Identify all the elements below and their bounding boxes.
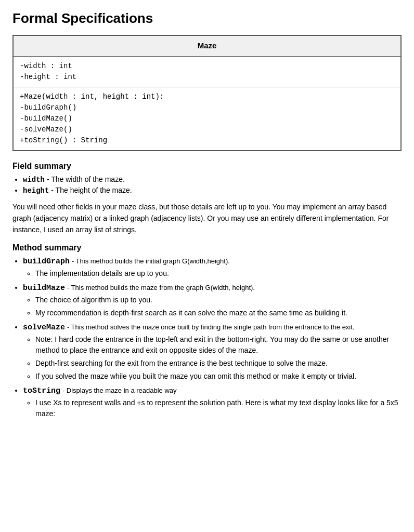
method-solve-maze: -solveMaze() — [20, 125, 72, 134]
method-build-graph-sub1: The implementation details are up to you… — [35, 268, 402, 279]
method-build-maze-sub1: The choice of algorithm is up to you. — [35, 295, 402, 305]
class-fields: -width : int -height : int — [13, 56, 401, 87]
method-build-graph-desc: - This method builds the initial graph G… — [72, 257, 230, 265]
method-solve-maze-desc: - This method solves the maze once built… — [67, 323, 355, 331]
page-title: Formal Specifications — [12, 10, 402, 26]
class-fields-row: -width : int -height : int — [13, 56, 401, 87]
field-width-name: width — [23, 176, 45, 184]
method-solve-maze-sub1: Note: I hard code the entrance in the to… — [35, 334, 402, 356]
method-solve-maze-label: solveMaze — [23, 323, 65, 332]
method-build-maze-sublist: The choice of algorithm is up to you. My… — [35, 295, 402, 318]
field-height-item: height - The height of the maze. — [23, 186, 402, 195]
method-to-string-sublist: I use Xs to represent walls and +s to re… — [35, 397, 402, 419]
field-height-name: height — [23, 187, 49, 195]
method-to-string-label: toString — [23, 387, 60, 395]
method-to-string: +toString() : String — [20, 136, 107, 144]
method-solve-maze-item: solveMaze - This method solves the maze … — [23, 323, 402, 382]
field-note: You will need other fields in your maze … — [12, 201, 402, 236]
method-to-string-desc: - Displays the maze in a readable way — [62, 387, 177, 394]
class-name: Maze — [13, 35, 401, 56]
method-solve-maze-sub2: Depth-first searching for the exit from … — [35, 358, 402, 369]
method-constructor: +Maze(width : int, height : int): — [20, 92, 164, 101]
field-width-item: width - The width of the maze. — [23, 175, 402, 184]
method-solve-maze-sub3: If you solved the maze while you built t… — [35, 371, 402, 382]
method-build-maze-desc: - This method builds the maze from the g… — [67, 284, 255, 291]
method-solve-maze-sublist: Note: I hard code the entrance in the to… — [35, 334, 402, 382]
method-build-graph: -buildGraph() — [20, 103, 76, 112]
class-diagram-table: Maze -width : int -height : int +Maze(wi… — [12, 35, 402, 151]
method-build-maze: -buildMaze() — [20, 114, 72, 123]
field-summary-title: Field summary — [12, 162, 402, 171]
field-width-desc: - The width of the maze. — [47, 175, 125, 183]
field-width-line: -width : int — [20, 62, 72, 70]
class-methods-row: +Maze(width : int, height : int): -build… — [13, 87, 401, 151]
method-build-maze-sub2: My recommendation is depth-first search … — [35, 308, 402, 318]
method-build-graph-label: buildGraph — [23, 257, 70, 266]
field-height-desc: - The height of the maze. — [51, 186, 132, 194]
method-build-maze-label: buildMaze — [23, 284, 65, 292]
method-to-string-sub1: I use Xs to represent walls and +s to re… — [35, 397, 402, 419]
method-summary-title: Method summary — [12, 243, 402, 252]
method-build-graph-item: buildGraph - This method builds the init… — [23, 257, 402, 279]
method-list: buildGraph - This method builds the init… — [23, 257, 402, 419]
method-build-graph-sublist: The implementation details are up to you… — [35, 268, 402, 279]
field-height-line: -height : int — [20, 73, 76, 81]
method-to-string-item: toString - Displays the maze in a readab… — [23, 386, 402, 419]
method-build-maze-item: buildMaze - This method builds the maze … — [23, 283, 402, 318]
class-header-row: Maze — [13, 35, 401, 56]
class-methods: +Maze(width : int, height : int): -build… — [13, 87, 401, 151]
field-list: width - The width of the maze. height - … — [23, 175, 402, 195]
